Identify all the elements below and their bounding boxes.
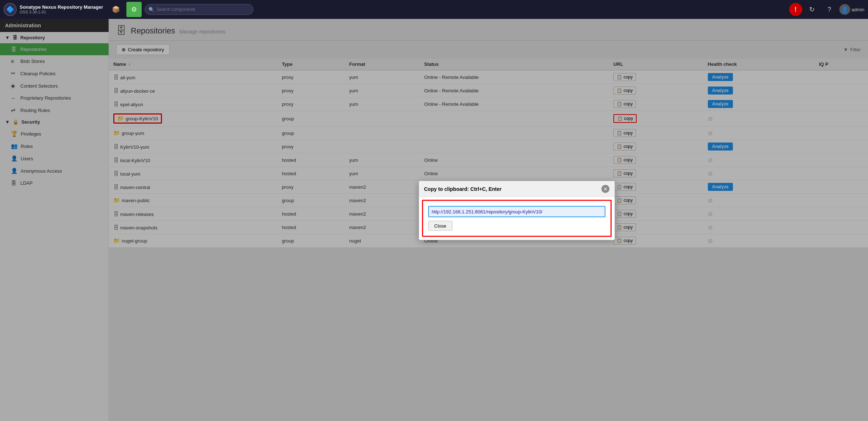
user-avatar: 👤 bbox=[839, 4, 850, 15]
modal-body: Close bbox=[422, 200, 612, 237]
navbar: 🔷 Sonatype Nexus Repository Manager OSS … bbox=[0, 0, 868, 19]
brand-subtitle: OSS 3.38.1-01 bbox=[20, 10, 103, 15]
modal-title: Copy to clipboard: Ctrl+C, Enter bbox=[424, 186, 502, 192]
help-icon: ? bbox=[828, 6, 831, 13]
brand-title: Sonatype Nexus Repository Manager bbox=[20, 4, 103, 10]
components-icon: 📦 bbox=[112, 5, 120, 13]
settings-icon: ⚙ bbox=[131, 5, 137, 13]
settings-nav-button[interactable]: ⚙ bbox=[126, 2, 142, 17]
modal-close-button[interactable]: ✕ bbox=[601, 185, 609, 193]
app-logo: 🔷 bbox=[4, 3, 17, 16]
search-input[interactable] bbox=[157, 7, 250, 12]
help-button[interactable]: ? bbox=[822, 2, 837, 17]
nav-right: ! ↻ ? 👤 admin bbox=[789, 2, 864, 17]
user-label: admin bbox=[852, 7, 864, 12]
search-icon: 🔍 bbox=[149, 7, 154, 12]
alert-button[interactable]: ! bbox=[789, 3, 802, 16]
user-menu[interactable]: 👤 admin bbox=[839, 4, 864, 15]
components-nav-button[interactable]: 📦 bbox=[108, 2, 123, 17]
modal-close-btn[interactable]: Close bbox=[428, 221, 453, 231]
search-bar: 🔍 bbox=[145, 4, 253, 15]
modal-url-input[interactable] bbox=[428, 206, 605, 217]
brand-text: Sonatype Nexus Repository Manager OSS 3.… bbox=[20, 4, 103, 15]
modal-header: Copy to clipboard: Ctrl+C, Enter ✕ bbox=[419, 181, 615, 197]
alert-icon: ! bbox=[795, 6, 797, 13]
refresh-icon: ↻ bbox=[809, 5, 815, 13]
refresh-button[interactable]: ↻ bbox=[804, 2, 820, 17]
brand: 🔷 Sonatype Nexus Repository Manager OSS … bbox=[4, 3, 105, 16]
copy-clipboard-modal: Copy to clipboard: Ctrl+C, Enter ✕ Close bbox=[419, 181, 615, 240]
